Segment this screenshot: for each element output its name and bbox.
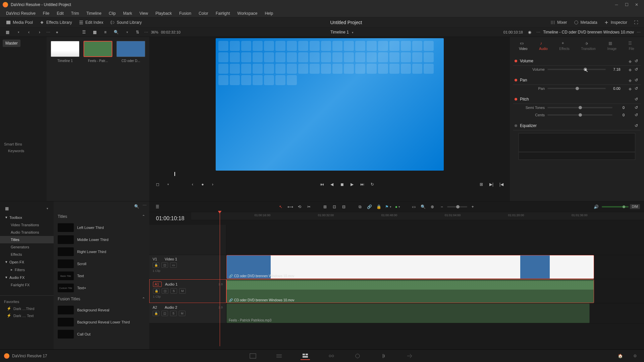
menu-view[interactable]: View	[136, 10, 152, 17]
edit-index-button[interactable]: Edit Index	[76, 19, 106, 26]
semitones-reset-icon[interactable]: ↺	[635, 105, 639, 110]
sound-library-button[interactable]: Sound Library	[107, 19, 145, 26]
mute-icon[interactable]: ▭	[410, 203, 418, 210]
volume-row-reset-icon[interactable]: ↺	[635, 67, 639, 72]
dim-button[interactable]: DIM	[630, 204, 640, 209]
viewer-timecode[interactable]: 01:00:10:18	[503, 30, 523, 34]
volume-kf-icon[interactable]: ◆	[628, 67, 632, 71]
cents-slider[interactable]	[547, 114, 612, 116]
fx-search-icon[interactable]: 🔍	[132, 203, 141, 210]
zoom-to-fit-icon[interactable]: 🔍	[419, 203, 427, 210]
in-out-icon[interactable]: ◻	[153, 181, 162, 188]
pan-row-reset-icon[interactable]: ↺	[635, 86, 639, 91]
inspector-tab-audio[interactable]: ♪Audio	[536, 40, 550, 52]
inspector-tab-effects[interactable]: ✦Effects	[556, 40, 572, 52]
title-text-plus[interactable]: Custom TitleText+	[54, 282, 149, 294]
prev-frame-button[interactable]: ◀	[328, 181, 336, 188]
insert-clip-icon[interactable]: ⊞	[321, 203, 329, 210]
marker-icon[interactable]: ●	[198, 181, 207, 188]
last-frame-button[interactable]: ⏭	[358, 181, 367, 188]
menu-help[interactable]: Help	[261, 10, 276, 17]
fx-list-icon[interactable]: ▦	[3, 205, 11, 212]
list-view-icon[interactable]: ☰	[80, 28, 88, 36]
favorite-item[interactable]: ⚡ Dark … Text	[0, 312, 54, 319]
track-disable-icon[interactable]: ▭	[170, 262, 177, 268]
nav-toolbox[interactable]: ▾ Toolbox	[0, 214, 54, 221]
record-icon[interactable]: ●	[53, 28, 61, 36]
track-header-a1[interactable]: A1 Audio 1 2.0 🔒 ◫ S M 1 Clip	[149, 279, 226, 303]
track-lock-icon[interactable]: 🔒	[153, 288, 160, 294]
master-volume-slider[interactable]	[602, 206, 629, 207]
prev-edit-icon[interactable]: ‹	[188, 181, 197, 188]
link-icon[interactable]: 🔗	[365, 203, 373, 210]
cents-reset-icon[interactable]: ↺	[635, 113, 639, 117]
track-auto-icon[interactable]: ◫	[161, 262, 168, 268]
clip-thumb-cd-dvd[interactable]: CD oder D...	[116, 41, 145, 63]
fusion-call-out[interactable]: Call Out	[54, 328, 149, 340]
viewer-image[interactable]: document.write(Array(64).fill('<div clas…	[216, 38, 444, 171]
title-right-lower-third[interactable]: Right Lower Third	[54, 246, 149, 258]
timeline-dropdown-icon[interactable]	[351, 30, 354, 35]
keywords-bin[interactable]: Keywords	[3, 147, 44, 154]
thumb-view-icon[interactable]: ▦	[91, 28, 99, 36]
loop-button[interactable]: ↻	[368, 181, 377, 188]
inspector-tab-file[interactable]: ☰File	[626, 40, 638, 52]
track-mute-button[interactable]: M	[179, 311, 185, 316]
stop-button[interactable]: ◼	[338, 181, 346, 188]
inspector-button[interactable]: Inspector	[601, 19, 630, 26]
collapse-icon[interactable]: ⌃	[142, 214, 145, 219]
nav-audio-transitions[interactable]: Audio Transitions	[0, 229, 54, 236]
snap-icon[interactable]: ⧉	[356, 203, 364, 210]
track-solo-button[interactable]: S	[170, 311, 177, 316]
track-solo-button[interactable]: S	[170, 288, 177, 294]
equalizer-graph[interactable]	[519, 133, 635, 160]
volume-slider[interactable]	[547, 69, 606, 70]
track-lock-icon[interactable]: 🔒	[153, 262, 159, 268]
pan-kf-icon[interactable]: ◆	[628, 86, 632, 90]
menu-playback[interactable]: Playback	[152, 10, 175, 17]
strip-view-icon[interactable]: ≡	[101, 28, 109, 36]
fx-list-dropdown[interactable]	[43, 205, 51, 212]
smart-bins-header[interactable]: Smart Bins	[3, 141, 44, 147]
favorite-item[interactable]: ⚡ Dark …Third	[0, 305, 54, 312]
nav-openfx[interactable]: ▾ Open FX	[0, 258, 54, 266]
menu-color[interactable]: Color	[195, 10, 212, 17]
fusion-bg-reveal[interactable]: Background Reveal	[54, 304, 149, 316]
page-cut[interactable]	[274, 352, 284, 360]
expand-button[interactable]: ⛶	[631, 19, 641, 26]
page-edit[interactable]	[301, 352, 310, 360]
track-lock-icon[interactable]: 🔒	[153, 311, 159, 316]
track-arm-icon[interactable]: ◫	[161, 311, 168, 316]
inspector-tab-video[interactable]: ▭Video	[516, 40, 530, 52]
timeline-name[interactable]: Timeline 1	[330, 30, 349, 35]
marker-dropdown[interactable]: ●	[393, 203, 401, 210]
next-clip-icon[interactable]: ▶|	[487, 181, 496, 188]
clip-thumb-timeline[interactable]: Timeline 1	[51, 41, 79, 63]
selection-tool-icon[interactable]: ↖	[277, 203, 285, 210]
volume-keyframe-icon[interactable]: ◆	[628, 59, 632, 63]
menu-file[interactable]: File	[40, 10, 53, 17]
track-header-v1[interactable]: V1 Video 1 🔒 ◫ ▭ 1 Clip	[149, 255, 226, 279]
inspector-tab-image[interactable]: ▦Image	[604, 40, 619, 52]
page-color[interactable]	[353, 352, 362, 360]
bin-view-dropdown[interactable]	[14, 28, 22, 36]
audio-clip-1[interactable]: 🔗CD oder DVD brennen Windows 10.mov	[226, 279, 594, 303]
audio-clip-2[interactable]: Feels - Patrick Patrikios.mp3	[226, 303, 590, 323]
inspector-tab-transition[interactable]: ⬗Transition	[578, 40, 598, 52]
timeline-timecode[interactable]: 01:00:10:18	[149, 212, 191, 225]
menu-fusion[interactable]: Fusion	[176, 10, 195, 17]
title-scroll[interactable]: Scroll	[54, 258, 149, 270]
metadata-button[interactable]: Metadata	[571, 19, 600, 26]
pan-reset-icon[interactable]: ↺	[635, 78, 639, 82]
menu-timeline[interactable]: Timeline	[83, 10, 105, 17]
home-icon[interactable]: 🏠	[616, 352, 625, 360]
pitch-enable-dot[interactable]	[515, 98, 517, 101]
semitones-value[interactable]: 0	[615, 106, 632, 110]
menu-mark[interactable]: Mark	[120, 10, 136, 17]
pan-slider[interactable]	[547, 88, 606, 89]
lock-icon[interactable]: 🔒	[375, 203, 383, 210]
next-edit-icon[interactable]: ›	[208, 181, 217, 188]
match-frame-icon[interactable]: ⊞	[477, 181, 486, 188]
collapse-icon[interactable]: ⌃	[142, 297, 145, 301]
flag-dropdown[interactable]: ⚑	[384, 203, 392, 210]
